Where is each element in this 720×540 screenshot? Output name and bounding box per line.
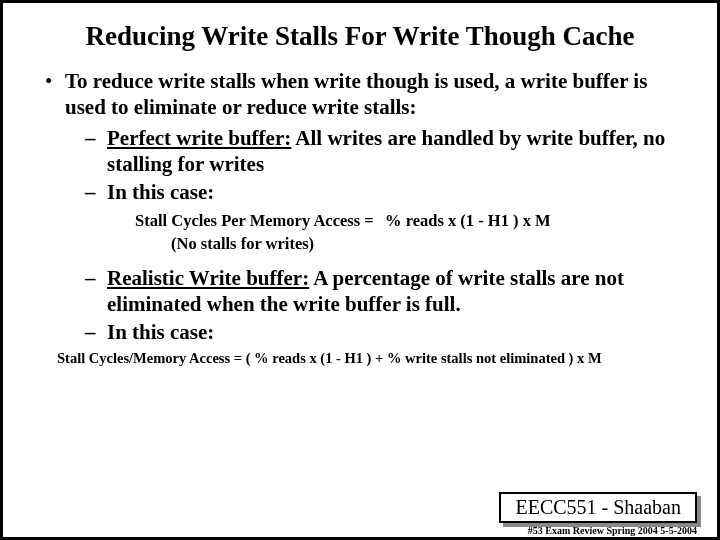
rwb-label: Realistic Write buffer:: [107, 266, 309, 290]
sub-item-case-1: – In this case:: [27, 179, 693, 205]
dash-glyph: –: [85, 319, 107, 345]
dash-glyph: –: [85, 265, 107, 318]
case-1-text: In this case:: [107, 179, 693, 205]
dash-glyph: –: [85, 125, 107, 178]
slide-frame: Reducing Write Stalls For Write Though C…: [0, 0, 720, 540]
sub-item-pwb-text: Perfect write buffer: All writes are han…: [107, 125, 693, 178]
pwb-label: Perfect write buffer:: [107, 126, 291, 150]
formula-1-left: Stall Cycles Per Memory Access =: [135, 211, 385, 232]
bullet-1-text: To reduce write stalls when write though…: [65, 68, 693, 121]
sub-item-rwb-text: Realistic Write buffer: A percentage of …: [107, 265, 693, 318]
formula-1: Stall Cycles Per Memory Access = % reads…: [27, 211, 693, 232]
formula-1-note: (No stalls for writes): [27, 234, 693, 255]
formula-1-right: % reads x (1 - H1 ) x M: [385, 211, 693, 232]
slide-title: Reducing Write Stalls For Write Though C…: [27, 21, 693, 52]
sub-item-case-2: – In this case:: [27, 319, 693, 345]
footer-box: EECC551 - Shaaban: [499, 492, 697, 523]
sub-item-realistic-buffer: – Realistic Write buffer: A percentage o…: [27, 265, 693, 318]
footer-text: EECC551 - Shaaban: [499, 492, 697, 523]
slide-body: • To reduce write stalls when write thou…: [27, 68, 693, 367]
case-2-text: In this case:: [107, 319, 693, 345]
bullet-glyph: •: [45, 68, 65, 121]
dash-glyph: –: [85, 179, 107, 205]
sub-item-perfect-buffer: – Perfect write buffer: All writes are h…: [27, 125, 693, 178]
formula-2: Stall Cycles/Memory Access = ( % reads x…: [27, 349, 693, 367]
subfooter-text: #53 Exam Review Spring 2004 5-5-2004: [528, 525, 697, 536]
bullet-item-1: • To reduce write stalls when write thou…: [27, 68, 693, 121]
